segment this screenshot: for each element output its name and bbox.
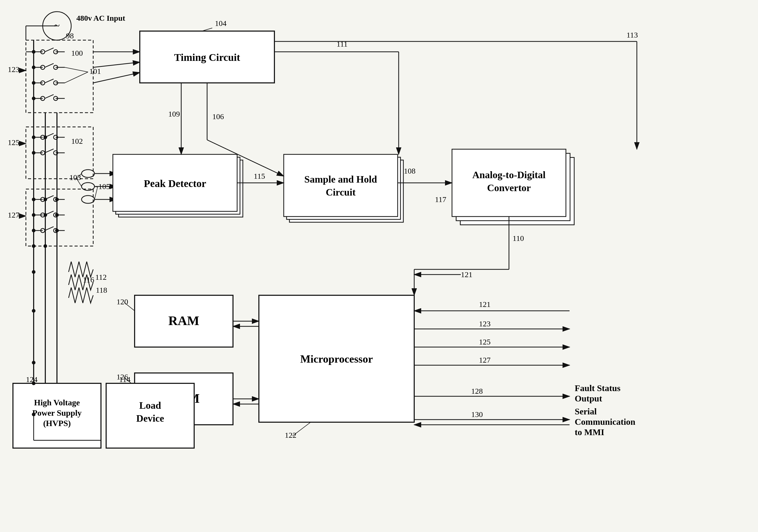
svg-point-61 xyxy=(32,97,35,100)
load-device-label2: Device xyxy=(136,413,164,424)
svg-point-77 xyxy=(82,170,94,177)
svg-point-62 xyxy=(32,135,35,139)
diagram-svg: ~ 480v AC Input 98 10 xyxy=(0,0,758,532)
svg-line-23 xyxy=(65,67,88,72)
num-98: 98 xyxy=(66,31,74,40)
num-117: 117 xyxy=(435,195,446,203)
num-127-label: 127 xyxy=(8,211,19,219)
svg-point-70 xyxy=(55,197,59,201)
svg-point-67 xyxy=(44,135,47,139)
svg-point-71 xyxy=(55,213,59,217)
svg-point-64 xyxy=(32,197,35,201)
num-123-label: 123 xyxy=(8,65,19,74)
peak-detector-label: Peak Detector xyxy=(144,178,206,189)
num-104: 104 xyxy=(215,19,226,27)
diagram: ~ 480v AC Input 98 10 xyxy=(0,0,758,532)
num-102: 102 xyxy=(71,137,83,145)
svg-line-99 xyxy=(124,302,135,311)
num-108: 108 xyxy=(404,166,416,175)
svg-line-12 xyxy=(45,63,53,67)
fault-status-label: Fault Status xyxy=(575,383,621,393)
num-112: 112 xyxy=(95,273,107,281)
num-100: 100 xyxy=(71,49,83,57)
svg-point-144 xyxy=(44,244,47,248)
svg-rect-38 xyxy=(26,189,93,246)
microprocessor-label: Microprocessor xyxy=(300,353,373,365)
ac-input-label: 480v AC Input xyxy=(76,14,125,22)
svg-rect-94 xyxy=(284,154,397,217)
adc-label: Analog-to-Digital xyxy=(472,169,546,180)
num-125-right: 125 xyxy=(479,337,491,346)
num-109: 109 xyxy=(168,110,180,118)
svg-line-130 xyxy=(293,422,311,436)
num-127-right: 127 xyxy=(479,356,491,364)
num-123-right: 123 xyxy=(479,319,491,328)
svg-point-134 xyxy=(32,412,35,416)
sample-hold-label: Sample and Hold xyxy=(304,174,377,185)
serial-comm-label: Serial xyxy=(575,407,597,416)
timing-circuit-label: Timing Circuit xyxy=(174,52,240,63)
svg-line-17 xyxy=(45,79,53,83)
num-106: 106 xyxy=(212,112,224,121)
load-device-label1: Load xyxy=(139,400,161,411)
num-125-label: 125 xyxy=(8,138,19,147)
svg-line-75 xyxy=(93,62,140,67)
num-113: 113 xyxy=(627,31,638,39)
svg-point-63 xyxy=(32,151,35,155)
num-124: 124 xyxy=(26,375,38,384)
svg-line-36 xyxy=(45,149,53,153)
num-121-right: 121 xyxy=(479,300,491,308)
svg-line-22 xyxy=(45,94,53,98)
num-114: 114 xyxy=(119,375,130,384)
ram-label: RAM xyxy=(168,313,199,328)
num-118: 118 xyxy=(96,286,107,294)
svg-line-7 xyxy=(45,48,53,52)
num-110: 110 xyxy=(513,234,524,242)
num-115: 115 xyxy=(254,172,265,180)
num-128: 128 xyxy=(471,387,483,395)
num-121: 121 xyxy=(461,270,472,279)
svg-point-72 xyxy=(55,229,59,232)
serial-comm-label2: Communication xyxy=(575,417,635,427)
sample-hold-label2: Circuit xyxy=(326,187,356,197)
svg-point-142 xyxy=(32,309,35,313)
svg-point-140 xyxy=(32,244,35,248)
svg-point-79 xyxy=(82,195,94,203)
num-120: 120 xyxy=(117,297,128,306)
svg-point-60 xyxy=(32,81,35,85)
num-103: 103 xyxy=(69,173,81,182)
num-116: 116 xyxy=(83,275,94,284)
svg-point-59 xyxy=(32,65,35,69)
svg-line-83 xyxy=(94,187,98,199)
num-111: 111 xyxy=(336,40,348,48)
hvps-label2: Power Supply xyxy=(32,408,82,417)
svg-point-65 xyxy=(32,213,35,217)
hvps-label1: High Voltage xyxy=(34,398,80,407)
svg-line-24 xyxy=(65,72,88,83)
svg-point-141 xyxy=(32,270,35,274)
svg-point-66 xyxy=(32,229,35,232)
serial-comm-label3: to MMI xyxy=(575,427,604,437)
svg-point-143 xyxy=(32,361,35,365)
svg-line-53 xyxy=(45,227,53,231)
adc-label2: Convertor xyxy=(487,182,531,193)
num-101: 101 xyxy=(89,67,101,75)
hvps-label3: (HVPS) xyxy=(43,418,71,428)
svg-rect-2 xyxy=(26,40,93,113)
num-122: 122 xyxy=(285,431,296,439)
fault-status-label2: Output xyxy=(575,394,602,403)
num-130: 130 xyxy=(471,410,483,418)
